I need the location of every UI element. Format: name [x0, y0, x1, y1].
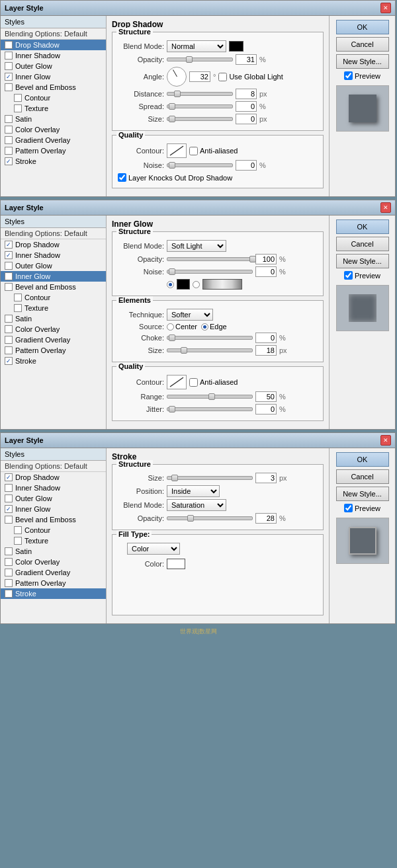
style-outer-glow-3[interactable]: Outer Glow: [1, 493, 106, 504]
cb-contour-2[interactable]: [14, 294, 22, 301]
style-drop-shadow-1[interactable]: Drop Shadow: [1, 40, 106, 50]
style-pattern-overlay-2[interactable]: Pattern Overlay: [1, 345, 106, 356]
global-light-cb-1[interactable]: [218, 73, 227, 81]
cb-stroke-1[interactable]: [5, 157, 13, 165]
style-gradient-overlay-3[interactable]: Gradient Overlay: [1, 567, 106, 578]
jitter-slider-2[interactable]: [167, 407, 253, 411]
cb-pattern-overlay-1[interactable]: [5, 147, 13, 155]
source-edge-radio-2[interactable]: [201, 323, 208, 331]
cb-texture-3[interactable]: [14, 537, 22, 545]
glow-grad-swatch-2[interactable]: [202, 279, 242, 290]
style-pattern-overlay-3[interactable]: Pattern Overlay: [1, 578, 106, 588]
cb-drop-shadow-2[interactable]: [5, 241, 13, 249]
cb-inner-glow-1[interactable]: [5, 73, 13, 81]
angle-input-1[interactable]: [189, 71, 210, 82]
cb-gradient-overlay-3[interactable]: [5, 569, 13, 576]
style-satin-3[interactable]: Satin: [1, 546, 106, 557]
opacity-input-1[interactable]: [236, 54, 257, 65]
spread-slider-1[interactable]: [167, 104, 233, 108]
new-style-button-3[interactable]: New Style...: [336, 487, 389, 501]
cb-outer-glow-1[interactable]: [5, 62, 13, 70]
spread-input-1[interactable]: [236, 101, 257, 112]
choke-input-2[interactable]: [255, 333, 277, 343]
style-stroke-2[interactable]: Stroke: [1, 356, 106, 366]
style-pattern-overlay-1[interactable]: Pattern Overlay: [1, 145, 106, 156]
style-bevel-2[interactable]: Bevel and Emboss: [1, 282, 106, 292]
cb-contour-3[interactable]: [14, 526, 22, 534]
style-color-overlay-1[interactable]: Color Overlay: [1, 124, 106, 135]
cb-bevel-2[interactable]: [5, 283, 13, 291]
anti-aliased-cb-1[interactable]: [189, 147, 198, 155]
cb-color-overlay-2[interactable]: [5, 325, 13, 333]
cb-gradient-overlay-2[interactable]: [5, 336, 13, 344]
fill-color-swatch-3[interactable]: [167, 559, 185, 569]
cb-satin-2[interactable]: [5, 315, 13, 323]
style-satin-1[interactable]: Satin: [1, 114, 106, 124]
blending-options-1[interactable]: Blending Options: Default: [1, 28, 106, 40]
cb-pattern-overlay-2[interactable]: [5, 346, 13, 354]
style-stroke-3[interactable]: Stroke: [1, 588, 106, 599]
style-stroke-1[interactable]: Stroke: [1, 156, 106, 167]
cb-contour-1[interactable]: [14, 94, 22, 102]
cb-inner-glow-3[interactable]: [5, 505, 13, 513]
distance-slider-1[interactable]: [167, 92, 233, 96]
cb-texture-1[interactable]: [14, 104, 22, 112]
cb-inner-shadow-2[interactable]: [5, 251, 13, 259]
opacity-slider-3[interactable]: [167, 516, 253, 520]
opacity-slider-1[interactable]: [167, 58, 233, 61]
layer-knocks-cb-1[interactable]: [118, 173, 126, 182]
size-slider-1[interactable]: [167, 117, 233, 121]
ok-button-1[interactable]: OK: [336, 20, 389, 34]
style-gradient-overlay-2[interactable]: Gradient Overlay: [1, 335, 106, 345]
close-button-3[interactable]: ✕: [380, 435, 391, 446]
style-drop-shadow-2[interactable]: Drop Shadow: [1, 239, 106, 250]
style-contour-1[interactable]: Contour: [1, 93, 106, 103]
cb-drop-shadow-3[interactable]: [5, 473, 13, 481]
noise-slider-2[interactable]: [167, 270, 253, 274]
blend-mode-select-1[interactable]: Normal: [167, 40, 226, 52]
cb-inner-shadow-1[interactable]: [5, 52, 13, 59]
contour-preview-1[interactable]: [167, 143, 187, 158]
jitter-input-2[interactable]: [255, 404, 277, 414]
style-contour-3[interactable]: Contour: [1, 525, 106, 535]
style-gradient-overlay-1[interactable]: Gradient Overlay: [1, 135, 106, 145]
angle-dial-1[interactable]: [167, 67, 187, 87]
blend-mode-select-3[interactable]: Saturation: [167, 499, 226, 511]
opacity-slider-2[interactable]: [167, 257, 253, 261]
style-bevel-1[interactable]: Bevel and Emboss: [1, 82, 106, 93]
style-outer-glow-1[interactable]: Outer Glow: [1, 61, 106, 71]
radio-color-2[interactable]: [167, 281, 174, 288]
range-input-2[interactable]: [255, 391, 277, 402]
style-inner-shadow-3[interactable]: Inner Shadow: [1, 483, 106, 493]
style-inner-glow-2[interactable]: Inner Glow: [1, 271, 106, 282]
style-inner-glow-1[interactable]: Inner Glow: [1, 71, 106, 82]
technique-select-2[interactable]: Softer: [167, 309, 213, 321]
style-texture-1[interactable]: Texture: [1, 103, 106, 114]
cb-drop-shadow-1[interactable]: [5, 41, 13, 49]
cb-satin-1[interactable]: [5, 115, 13, 123]
contour-preview-2[interactable]: [167, 375, 187, 389]
fill-type-select-3[interactable]: Color: [127, 543, 180, 555]
cb-stroke-2[interactable]: [5, 357, 13, 365]
preview-cb-2[interactable]: [344, 271, 353, 280]
cb-color-overlay-3[interactable]: [5, 558, 13, 566]
cb-color-overlay-1[interactable]: [5, 126, 13, 134]
blending-options-3[interactable]: Blending Options: Default: [1, 461, 106, 472]
cancel-button-2[interactable]: Cancel: [336, 237, 389, 251]
cb-outer-glow-3[interactable]: [5, 494, 13, 502]
radio-gradient-2[interactable]: [193, 281, 200, 288]
style-outer-glow-2[interactable]: Outer Glow: [1, 260, 106, 271]
noise-input-2[interactable]: [255, 266, 277, 277]
style-satin-2[interactable]: Satin: [1, 313, 106, 324]
cancel-button-1[interactable]: Cancel: [336, 37, 389, 52]
source-center-opt-2[interactable]: Center: [167, 323, 197, 331]
cb-outer-glow-2[interactable]: [5, 262, 13, 270]
cb-texture-2[interactable]: [14, 304, 22, 312]
style-texture-3[interactable]: Texture: [1, 535, 106, 546]
glow-color-swatch-2[interactable]: [177, 279, 190, 290]
cb-inner-shadow-3[interactable]: [5, 484, 13, 492]
cb-bevel-1[interactable]: [5, 83, 13, 91]
style-drop-shadow-3[interactable]: Drop Shadow: [1, 472, 106, 483]
choke-slider-2[interactable]: [167, 336, 253, 340]
style-inner-shadow-2[interactable]: Inner Shadow: [1, 250, 106, 260]
